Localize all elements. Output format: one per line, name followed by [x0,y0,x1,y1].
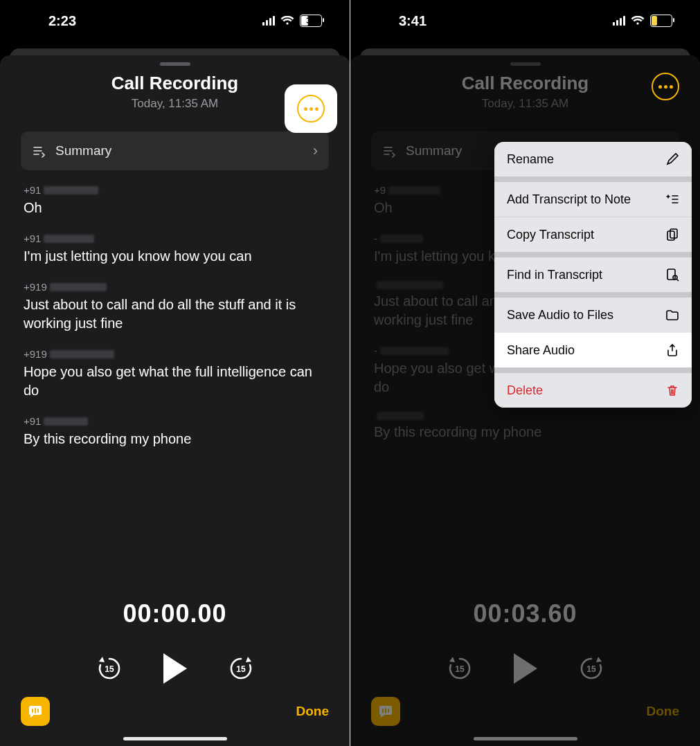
home-indicator[interactable] [474,737,577,740]
status-bar: 3:41 30 [350,0,700,42]
transcript-block: +91Oh [24,184,326,217]
redacted [50,283,107,291]
summary-row[interactable]: Summary › [21,131,329,170]
transcript-line: By this recording my phone [374,423,676,442]
grabber[interactable] [160,62,190,66]
cellular-icon [262,16,275,26]
more-button[interactable] [285,84,337,133]
svg-text:15: 15 [455,664,465,674]
menu-label: Share Audio [507,343,575,358]
caller-label: +91 [24,415,326,427]
svg-rect-4 [667,231,674,240]
more-button[interactable] [652,73,679,100]
menu-label: Save Audio to Files [507,308,613,322]
sheet: Call Recording Today, 11:35 AM Summary ›… [0,55,350,746]
transcript-block: +919Just about to call and do all the st… [24,281,326,333]
transcript-toggle-button[interactable] [371,697,400,726]
menu-find-in-transcript[interactable]: Find in Transcript [494,257,692,292]
caller-label: +91 [24,184,326,196]
more-icon [297,95,325,122]
battery-icon: 30 [650,15,672,27]
menu-label: Delete [507,383,543,398]
transcript-block: +919Hope you also get what the full inte… [24,348,326,400]
svg-text:15: 15 [586,664,596,674]
transcript: +91Oh+91I'm just letting you know how yo… [24,184,326,448]
play-button[interactable] [514,653,537,684]
status-time: 2:23 [48,13,76,29]
transcript-line: I'm just letting you know how you can [24,247,326,266]
player: 00:00.00 15 15 [0,599,350,684]
phone-left: 2:23 35 Call Recording Today, 11:35 AM [0,0,350,746]
status-time: 3:41 [399,13,427,29]
menu-copy-transcript[interactable]: Copy Transcript [494,217,692,252]
skip-back-15-button[interactable]: 15 [446,655,474,682]
battery-icon: 35 [300,15,322,27]
done-button[interactable]: Done [647,704,680,719]
done-button[interactable]: Done [296,704,330,719]
menu-delete[interactable]: Delete [494,373,692,408]
transcript-line: Oh [24,199,326,217]
trash-icon [665,383,679,397]
summary-label: Summary [406,143,462,158]
caller-label: +91 [24,233,326,244]
redacted [44,186,98,194]
context-menu: Rename Add Transcript to Note Copy Trans… [494,142,692,408]
redacted [44,417,88,426]
play-button[interactable] [163,653,187,684]
menu-add-transcript-to-note[interactable]: Add Transcript to Note [494,182,692,217]
summary-icon [32,144,46,158]
caller-label: +919 [24,281,326,293]
pencil-icon [665,152,679,166]
transcript-block: +91By this recording my phone [24,415,326,448]
skip-back-15-button[interactable]: 15 [96,655,123,682]
speech-bubble-icon [378,704,393,719]
timecode: 00:00.00 [0,599,350,628]
menu-label: Add Transcript to Note [507,192,631,207]
svg-text:15: 15 [236,664,246,674]
player: 00:03.60 15 15 [350,599,700,684]
speech-bubble-icon [28,704,43,719]
phone-right: 3:41 30 Call Recording Today, 11:35 AM [350,0,700,746]
timecode: 00:03.60 [350,599,700,628]
redacted [44,235,93,243]
menu-label: Find in Transcript [507,268,602,282]
status-right: 35 [262,15,322,27]
skip-forward-15-button[interactable]: 15 [227,655,255,682]
doc-search-icon [665,268,679,282]
transcript-line: By this recording my phone [24,430,326,448]
transcript-toggle-button[interactable] [21,697,50,726]
caller-label: +919 [24,348,326,360]
transcript-line: Hope you also get what the full intellig… [24,363,326,400]
redacted [388,186,440,194]
menu-rename[interactable]: Rename [494,142,692,176]
menu-label: Copy Transcript [507,228,594,242]
page-subtitle: Today, 11:35 AM [21,97,329,111]
home-indicator[interactable] [123,737,227,740]
page-title: Call Recording [371,73,679,94]
menu-save-audio-to-files[interactable]: Save Audio to Files [494,298,692,332]
caller-label [374,412,676,420]
redacted [50,350,115,358]
share-icon [665,343,679,357]
redacted [380,235,423,243]
folder-icon [665,308,679,322]
page-title: Call Recording [21,73,329,94]
svg-rect-6 [667,269,675,280]
redacted [377,281,443,289]
chevron-right-icon: › [313,142,318,160]
grabber[interactable] [510,62,541,66]
page-subtitle: Today, 11:35 AM [371,97,679,111]
transcript-block: By this recording my phone [374,412,676,442]
menu-share-audio[interactable]: Share Audio [494,332,692,367]
wifi-icon [631,16,645,26]
redacted [377,412,424,420]
status-bar: 2:23 35 [0,0,350,42]
menu-label: Rename [507,152,554,167]
svg-rect-5 [670,229,677,238]
cellular-icon [613,16,625,26]
redacted [380,347,449,355]
note-add-icon [665,192,679,206]
status-right: 30 [613,15,672,27]
svg-text:15: 15 [105,664,114,674]
skip-forward-15-button[interactable]: 15 [577,655,605,682]
